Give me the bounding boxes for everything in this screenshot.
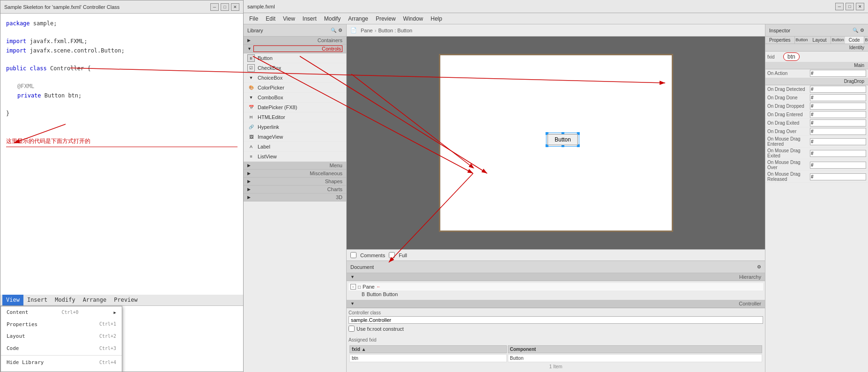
hide-library-item[interactable]: Hide Library Ctrl+4 <box>1 357 122 369</box>
drag-detected-input[interactable] <box>810 86 866 93</box>
breadcrumb-sep1: › <box>375 28 377 33</box>
inspector-title: Inspector <box>769 28 790 33</box>
right-close-btn[interactable]: ✕ <box>856 3 864 10</box>
controls-section-header[interactable]: ▼ Controls <box>244 45 346 53</box>
drag-dropped-input[interactable] <box>810 103 866 110</box>
button-label: Button <box>258 55 273 61</box>
preview-menu-item[interactable]: Preview <box>110 295 141 305</box>
button-hierarchy-item[interactable]: B Button Button <box>349 290 763 298</box>
canvas-wrapper[interactable]: Button <box>347 37 765 249</box>
edit-menu[interactable]: Edit <box>262 15 279 23</box>
file-menu[interactable]: File <box>245 15 262 23</box>
breadcrumb-pane[interactable]: Pane <box>361 28 373 33</box>
chinese-annotation: 这里显示的代码是下面方式打开的 <box>6 137 237 147</box>
comments-checkbox[interactable] <box>350 252 356 258</box>
datepicker-item[interactable]: 📅 DatePicker (FX8) <box>244 103 346 112</box>
pane-hierarchy-item[interactable]: − □ Pane ← <box>349 283 763 290</box>
doc-icon: 📄 <box>350 27 357 33</box>
code-content: package sample; import javafx.fxml.FXML;… <box>6 19 237 118</box>
containers-section-header[interactable]: ▶ Containers <box>244 37 346 45</box>
identity-section-header: Identity <box>765 44 868 52</box>
arrange-menu[interactable]: Arrange <box>344 15 372 23</box>
window-menu[interactable]: Window <box>400 15 427 23</box>
hierarchy-arrow: ▼ <box>350 275 355 279</box>
hide-document-item[interactable]: Hide Document Ctrl+5 <box>1 369 122 372</box>
mouse-drag-entered-input[interactable] <box>810 138 866 145</box>
btn-icon: B <box>362 292 365 297</box>
close-btn[interactable]: ✕ <box>231 3 239 11</box>
inspector-search-icon[interactable]: 🔍 <box>853 28 858 33</box>
code-tab[interactable]: Code <box>845 37 864 44</box>
full-checkbox[interactable] <box>389 252 395 258</box>
misc-section-header[interactable]: ▶ Miscellaneous <box>244 170 346 178</box>
canvas-button[interactable]: Button <box>548 134 578 145</box>
document-gear-icon[interactable]: ⚙ <box>757 264 761 269</box>
controller-section-header[interactable]: ▼ Controller <box>347 300 765 308</box>
menu-section-header[interactable]: ▶ Menu <box>244 162 346 170</box>
checkbox-item[interactable]: ☑ CheckBox <box>244 63 346 73</box>
insert-menu[interactable]: Insert <box>299 15 320 23</box>
canvas-button-container: Button <box>548 134 578 145</box>
modify-menu[interactable]: Modify <box>320 15 344 23</box>
modify-menu-item[interactable]: Modify <box>51 295 79 305</box>
right-window: sample.fxml ─ □ ✕ File Edit View Insert … <box>244 0 868 372</box>
mouse-drag-over-input[interactable] <box>810 162 866 169</box>
combobox-icon: ▼ <box>247 94 255 101</box>
controller-class-input[interactable] <box>349 316 763 324</box>
hyperlink-item[interactable]: 🔗 Hyperlink <box>244 122 346 132</box>
threed-section-label: 3D <box>252 194 342 200</box>
colorpicker-item[interactable]: 🎨 ColorPicker <box>244 83 346 93</box>
on-action-input[interactable] <box>810 70 866 77</box>
fxid-value-container: btn <box>783 52 800 61</box>
hierarchy-section-header[interactable]: ▼ Hierarchy <box>347 273 765 281</box>
layout-item[interactable]: Layout Ctrl+2 <box>1 330 122 342</box>
button-item[interactable]: B Button <box>244 53 346 63</box>
combobox-item[interactable]: ▼ ComboBox <box>244 93 346 103</box>
help-menu[interactable]: Help <box>427 15 446 23</box>
preview-menu[interactable]: Preview <box>372 15 400 23</box>
shapes-section-header[interactable]: ▶ Shapes <box>244 178 346 186</box>
restore-btn[interactable]: □ <box>221 3 229 11</box>
drag-done-input[interactable] <box>810 94 866 101</box>
right-restore-btn[interactable]: □ <box>846 3 854 10</box>
imageview-item[interactable]: 🖼 ImageView <box>244 132 346 142</box>
arrange-menu-item[interactable]: Arrange <box>79 295 111 305</box>
content-item[interactable]: Content Ctrl+0 ▶ <box>1 306 122 319</box>
code-item[interactable]: Code Ctrl+3 <box>1 342 122 355</box>
insert-menu-item[interactable]: Insert <box>23 295 51 305</box>
drag-dropped-label: On Drag Dropped <box>767 104 810 109</box>
threed-section-header[interactable]: ▶ 3D <box>244 193 346 201</box>
inspector-controls: 🔍 ⚙ <box>853 28 864 33</box>
library-gear-icon[interactable]: ⚙ <box>338 28 342 33</box>
properties-tab[interactable]: Properties <box>765 37 795 44</box>
listview-item[interactable]: ≡ ListView <box>244 152 346 162</box>
pane-expand-btn[interactable]: − <box>350 284 356 290</box>
library-search-icon[interactable]: 🔍 <box>331 28 336 33</box>
right-minimize-btn[interactable]: ─ <box>835 3 844 10</box>
charts-section-header[interactable]: ▶ Charts <box>244 186 346 193</box>
label-item[interactable]: A Label <box>244 142 346 152</box>
choicebox-item[interactable]: ▼ ChoiceBox <box>244 73 346 83</box>
colorpicker-label: ColorPicker <box>258 85 284 90</box>
breadcrumb-button[interactable]: Button : Button <box>378 28 412 33</box>
drag-over-input[interactable] <box>810 128 866 135</box>
fxroot-checkbox[interactable] <box>349 326 355 332</box>
mouse-drag-released-input[interactable] <box>810 173 866 180</box>
inspector-gear-icon[interactable]: ⚙ <box>860 28 864 33</box>
drag-entered-input[interactable] <box>810 111 866 118</box>
properties-item[interactable]: Properties Ctrl+1 <box>1 319 122 331</box>
htmleditor-item[interactable]: H HTMLEditor <box>244 112 346 122</box>
datepicker-label: DatePicker (FX8) <box>258 104 297 110</box>
choicebox-label: ChoiceBox <box>258 75 282 81</box>
left-window-titlebar: Sample Skeleton for 'sample.fxml' Contro… <box>0 0 243 14</box>
mouse-drag-exited-input[interactable] <box>810 150 866 157</box>
htmleditor-icon: H <box>247 113 255 121</box>
view-menu[interactable]: View <box>279 15 299 23</box>
pane-arrow-indicator: ← <box>377 284 381 289</box>
button-selection-container: Button <box>548 134 578 145</box>
minimize-btn[interactable]: ─ <box>210 3 219 11</box>
left-window: Sample Skeleton for 'sample.fxml' Contro… <box>0 0 244 372</box>
drag-exited-input[interactable] <box>810 119 866 126</box>
layout-tab[interactable]: Layout <box>809 37 831 44</box>
view-menu-item[interactable]: View <box>2 295 23 305</box>
